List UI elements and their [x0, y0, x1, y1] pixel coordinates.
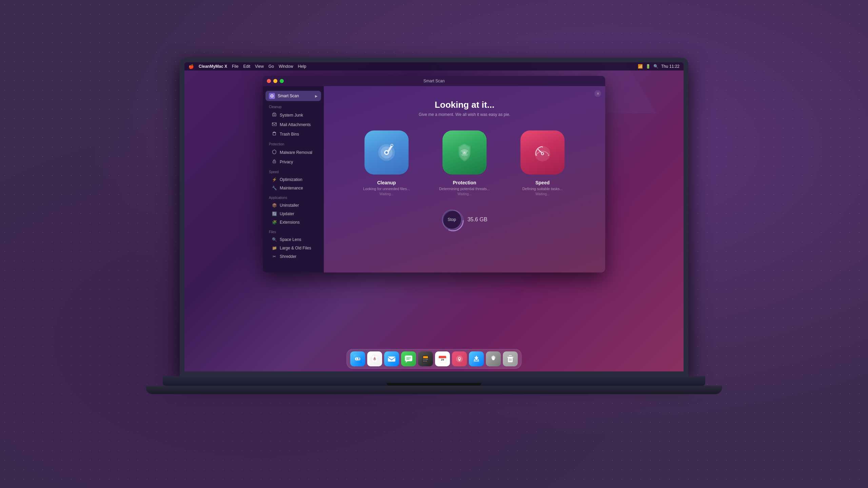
dock-item-cleanmymac[interactable]	[452, 351, 467, 366]
sidebar-item-large-old-files[interactable]: 📁 Large & Old Files	[265, 244, 321, 252]
dock-item-mail[interactable]	[384, 351, 399, 366]
svg-rect-48	[426, 361, 427, 362]
svg-rect-42	[423, 356, 428, 358]
speed-card-title: Speed	[535, 180, 550, 185]
protection-card-waiting: Waiting...	[457, 192, 471, 196]
main-content-area: ✕ Looking at it... Give me a moment. We …	[324, 86, 605, 272]
minimize-button[interactable]	[273, 79, 277, 83]
menubar-go[interactable]: Go	[269, 64, 274, 69]
svg-rect-46	[423, 361, 424, 362]
sidebar-item-trash-bins[interactable]: Trash Bins	[265, 129, 321, 139]
appstore-icon	[472, 354, 481, 363]
cleanup-card-status: Looking for unneeded files...	[363, 187, 410, 191]
extensions-label: Extensions	[280, 220, 300, 225]
menubar: 🍎 CleanMyMac X File Edit View Go Window …	[184, 62, 684, 70]
svg-point-1	[272, 96, 273, 97]
menubar-window[interactable]: Window	[279, 64, 293, 69]
svg-rect-38	[405, 355, 412, 361]
protection-card-status: Determining potential threats...	[439, 187, 490, 191]
scan-title: Looking at it...	[435, 100, 494, 110]
svg-point-16	[464, 152, 465, 153]
dock: 29	[347, 349, 521, 369]
space-lens-label: Space Lens	[280, 237, 301, 242]
system-junk-icon	[272, 112, 277, 118]
sidebar-item-privacy[interactable]: Privacy	[265, 157, 321, 166]
menubar-view[interactable]: View	[255, 64, 264, 69]
sidebar-item-smart-scan[interactable]: Smart Scan ▶	[265, 91, 321, 101]
shredder-label: Shredder	[280, 254, 296, 259]
progress-ring	[442, 209, 464, 232]
cleanup-card-title: Cleanup	[377, 180, 396, 185]
scan-size-display: 35.6 GB	[468, 217, 488, 223]
privacy-label: Privacy	[280, 160, 293, 164]
apple-logo-icon[interactable]: 🍎	[189, 64, 194, 69]
menubar-clock: Thu 11:22	[661, 64, 679, 69]
system-settings-icon	[489, 354, 498, 363]
trash-bins-label: Trash Bins	[280, 132, 299, 137]
trash-icon	[506, 354, 515, 363]
svg-rect-45	[426, 359, 428, 360]
messages-icon	[404, 354, 413, 363]
extensions-icon: 🧩	[272, 220, 277, 225]
sidebar-item-uninstaller[interactable]: 📦 Uninstaller	[265, 201, 321, 209]
window-titlebar: Smart Scan	[263, 76, 605, 86]
svg-point-23	[542, 153, 543, 154]
svg-point-14	[386, 151, 388, 154]
svg-point-10	[274, 162, 275, 162]
dock-item-messages[interactable]	[401, 351, 416, 366]
sidebar-section-protection: Protection	[263, 139, 324, 147]
svg-rect-43	[423, 359, 424, 360]
maintenance-icon: 🔧	[272, 186, 277, 190]
dock-item-finder[interactable]	[350, 351, 365, 366]
speed-card-status: Defining suitable tasks...	[522, 187, 563, 191]
mail-icon	[387, 354, 396, 363]
menubar-help[interactable]: Help	[298, 64, 307, 69]
panel-close-button[interactable]: ✕	[594, 90, 601, 97]
menubar-file[interactable]: File	[232, 64, 238, 69]
malware-removal-icon	[272, 149, 277, 155]
sidebar-item-updater[interactable]: 🔄 Updater	[265, 210, 321, 218]
svg-rect-47	[425, 361, 426, 362]
svg-rect-44	[425, 359, 426, 360]
large-old-files-label: Large & Old Files	[280, 246, 311, 250]
macos-screen: 🍎 CleanMyMac X File Edit View Go Window …	[184, 62, 684, 371]
menubar-app-name[interactable]: CleanMyMac X	[199, 64, 227, 69]
sidebar-section-speed: Speed	[263, 167, 324, 175]
protection-icon-svg	[453, 141, 476, 164]
dock-item-trash[interactable]	[503, 351, 518, 366]
sidebar-item-malware-removal[interactable]: Malware Removal	[265, 148, 321, 157]
sidebar-item-system-junk[interactable]: System Junk	[265, 110, 321, 120]
maximize-button[interactable]	[280, 79, 284, 83]
dock-item-safari[interactable]	[367, 351, 382, 366]
close-button[interactable]	[267, 79, 271, 83]
menubar-left: 🍎 CleanMyMac X File Edit View Go Window …	[189, 64, 306, 69]
finder-icon	[353, 354, 362, 363]
sidebar-item-shredder[interactable]: ✂ Shredder	[265, 252, 321, 261]
window-body: Smart Scan ▶ Cleanup	[263, 86, 605, 272]
sidebar-item-maintenance[interactable]: 🔧 Maintenance	[265, 184, 321, 192]
traffic-lights	[267, 79, 284, 83]
stop-area: Stop 35.6 GB	[442, 209, 488, 230]
optimization-label: Optimization	[280, 177, 302, 182]
cleanup-icon-svg	[375, 141, 398, 164]
sidebar-item-mail-attachments[interactable]: Mail Attachments	[265, 120, 321, 129]
dock-item-calendar[interactable]: 29	[435, 351, 450, 366]
menubar-battery-icon: 🔋	[646, 64, 651, 69]
menubar-edit[interactable]: Edit	[243, 64, 250, 69]
dock-item-appstore[interactable]	[469, 351, 484, 366]
sidebar-item-optimization[interactable]: ⚡ Optimization	[265, 176, 321, 184]
sidebar-item-extensions[interactable]: 🧩 Extensions	[265, 218, 321, 226]
speed-card-waiting: Waiting...	[535, 192, 549, 196]
menubar-right: 📶 🔋 🔍 Thu 11:22	[638, 64, 679, 69]
cleanup-card: Cleanup Looking for unneeded files... Wa…	[353, 130, 420, 196]
malware-removal-label: Malware Removal	[280, 150, 312, 155]
shredder-icon: ✂	[272, 254, 277, 259]
stop-button[interactable]: Stop	[442, 209, 462, 230]
protection-card-title: Protection	[453, 180, 476, 185]
menubar-search-icon[interactable]: 🔍	[653, 64, 658, 69]
dock-item-calculator[interactable]	[418, 351, 433, 366]
dock-item-system-settings[interactable]	[486, 351, 501, 366]
scan-subtitle: Give me a moment. We all wish it was eas…	[419, 112, 510, 117]
mail-attachments-label: Mail Attachments	[280, 122, 311, 127]
sidebar-item-space-lens[interactable]: 🔍 Space Lens	[265, 236, 321, 244]
